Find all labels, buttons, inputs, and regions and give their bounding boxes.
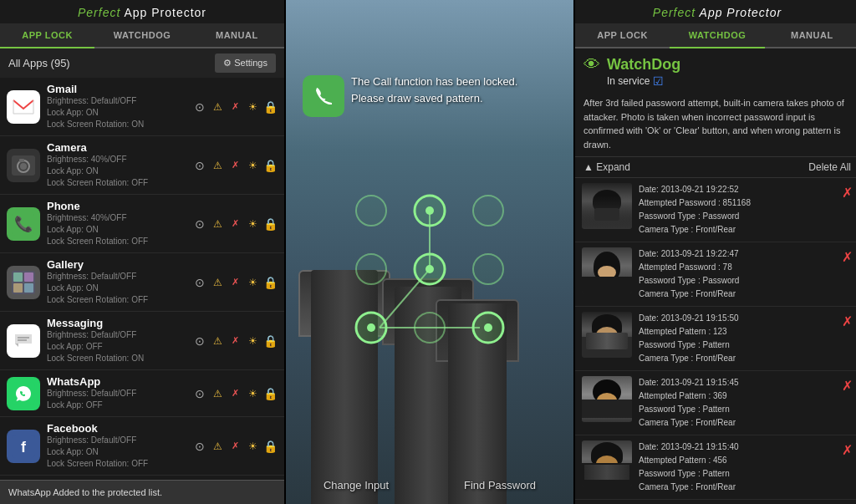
lock-icon[interactable]: 🔒 — [262, 333, 278, 349]
fingerprint-icon[interactable]: ⊙ — [192, 386, 207, 401]
tab-applock-p3[interactable]: APP LOCK — [575, 23, 670, 47]
entry-camera-5: Camera Type : Front/Rear — [639, 482, 736, 491]
sun-icon[interactable]: ☀ — [245, 439, 260, 454]
app-details-messaging: Brightness: Default/OFFLock App: OFFLock… — [47, 329, 186, 364]
list-item: Date: 2013-09-21 19:22:52 Attempted Pass… — [575, 178, 856, 242]
tabs-panel3: APP LOCK WATCHDOG MANUAL — [575, 23, 856, 48]
delete-entry-1[interactable]: ✗ — [842, 183, 853, 201]
wrench-icon[interactable]: ✗ — [227, 386, 242, 401]
warning-icon[interactable]: ⚠ — [210, 99, 225, 115]
in-service-label: In service ☑ — [607, 74, 851, 88]
fingerprint-icon[interactable]: ⊙ — [192, 99, 207, 115]
app-icon-gmail — [7, 90, 40, 124]
toast-message: WhatsApp Added to the protected list. — [0, 480, 284, 504]
sun-icon[interactable]: ☀ — [245, 216, 260, 232]
intruder-thumb-5 — [582, 440, 632, 486]
lock-icon[interactable]: 🔒 — [262, 386, 278, 401]
entry-date-3: Date: 2013-09-21 19:15:50 — [639, 313, 739, 323]
warning-icon[interactable]: ⚠ — [210, 216, 225, 232]
wrench-icon[interactable]: ✗ — [227, 216, 242, 232]
lock-message-line1: The Call function has been locked. — [351, 75, 517, 88]
app-header: Perfect App Protector — [0, 0, 284, 23]
delete-all-button[interactable]: Delete All — [808, 161, 851, 173]
wrench-icon[interactable]: ✗ — [227, 439, 242, 454]
settings-button[interactable]: ⚙ Settings — [215, 53, 276, 73]
tab-applock-p1[interactable]: APP LOCK — [0, 23, 94, 48]
list-item[interactable]: Messaging Brightness: Default/OFFLock Ap… — [0, 312, 284, 370]
delete-entry-3[interactable]: ✗ — [842, 312, 853, 329]
title-green: Perfect — [78, 6, 120, 19]
app-name-whatsapp: WhatsApp — [47, 375, 186, 388]
entry-date-5: Date: 2013-09-21 19:15:40 — [639, 442, 739, 451]
tab-manual-p1[interactable]: MANUAL — [190, 23, 284, 47]
svg-point-28 — [473, 254, 503, 284]
lock-icon[interactable]: 🔒 — [262, 216, 278, 232]
svg-point-24 — [425, 265, 434, 273]
list-item[interactable]: WhatsApp Brightness: Default/OFFLock App… — [0, 370, 284, 417]
fingerprint-icon[interactable]: ⊙ — [192, 275, 207, 290]
app-icon-messaging — [7, 324, 40, 358]
wd-info-4: Date: 2013-09-21 19:15:45 Attempted Patt… — [639, 376, 835, 430]
lock-message-line2: Please draw saved pattern. — [351, 92, 483, 104]
wrench-icon[interactable]: ✗ — [227, 333, 242, 349]
fingerprint-icon[interactable]: ⊙ — [192, 216, 207, 232]
app-name-phone: Phone — [47, 200, 186, 212]
pattern-container — [338, 186, 522, 353]
app-info-camera: Camera Brightness: 40%/OFFLock App: ONLo… — [47, 141, 186, 189]
delete-entry-2[interactable]: ✗ — [842, 247, 853, 265]
svg-point-27 — [356, 254, 386, 284]
tabs-panel1: APP LOCK WATCHDOG MANUAL — [0, 23, 284, 48]
tab-manual-p3[interactable]: MANUAL — [765, 23, 856, 47]
app-info-whatsapp: WhatsApp Brightness: Default/OFFLock App… — [47, 375, 186, 411]
panel-lockscreen: The Call function has been locked. Pleas… — [286, 0, 573, 504]
sun-icon[interactable]: ☀ — [245, 275, 260, 290]
all-apps-label: All Apps (95) — [8, 57, 70, 69]
entry-camera-1: Camera Type : Front/Rear — [639, 225, 736, 234]
list-item[interactable]: Gallery Brightness: Default/OFFLock App:… — [0, 253, 284, 312]
sun-icon[interactable]: ☀ — [245, 386, 260, 401]
expand-button[interactable]: ▲ Expand — [583, 161, 630, 173]
sun-icon[interactable]: ☀ — [245, 158, 260, 173]
panel-applock: Perfect App Protector APP LOCK WATCHDOG … — [0, 0, 284, 504]
list-item[interactable]: 📞 Phone Brightness: 40%/OFFLock App: ONL… — [0, 195, 284, 253]
list-item: Date: 2013-09-21 19:15:50 Attempted Patt… — [575, 307, 856, 371]
watchdog-header: 👁 WatchDog In service ☑ — [575, 48, 856, 91]
warning-icon[interactable]: ⚠ — [210, 386, 225, 401]
app-header-p3: Perfect App Protector — [575, 0, 856, 23]
sun-icon[interactable]: ☀ — [245, 333, 260, 349]
tab-watchdog-p1[interactable]: WATCHDOG — [94, 23, 189, 47]
delete-entry-5[interactable]: ✗ — [842, 440, 853, 458]
warning-icon[interactable]: ⚠ — [210, 158, 225, 173]
lock-icon[interactable]: 🔒 — [262, 439, 278, 454]
wrench-icon[interactable]: ✗ — [227, 275, 242, 290]
sun-icon[interactable]: ☀ — [245, 99, 260, 115]
warning-icon[interactable]: ⚠ — [210, 275, 225, 290]
entry-type-2: Password Type : Password — [639, 276, 739, 285]
find-password-button[interactable]: Find Password — [464, 479, 536, 491]
lock-icon[interactable]: 🔒 — [262, 158, 278, 173]
tab-watchdog-p3[interactable]: WATCHDOG — [670, 23, 764, 48]
svg-point-33 — [484, 323, 492, 332]
app-controls-facebook: ⊙ ⚠ ✗ ☀ 🔒 — [192, 439, 278, 454]
list-item[interactable]: Gmail Brightness: Default/OFFLock App: O… — [0, 78, 284, 136]
fingerprint-icon[interactable]: ⊙ — [192, 158, 207, 173]
warning-icon[interactable]: ⚠ — [210, 439, 225, 454]
app-icon-whatsapp — [7, 377, 40, 410]
list-item: Date: 2013-09-21 19:15:45 Attempted Patt… — [575, 371, 856, 435]
app-details-camera: Brightness: 40%/OFFLock App: ONLock Scre… — [47, 154, 186, 189]
change-input-button[interactable]: Change Input — [324, 479, 389, 491]
lock-icon[interactable]: 🔒 — [262, 99, 278, 115]
warning-icon[interactable]: ⚠ — [210, 333, 225, 349]
watchdog-eye-icon: 👁 — [583, 55, 600, 74]
wd-info-3: Date: 2013-09-21 19:15:50 Attempted Patt… — [639, 312, 835, 365]
wrench-icon[interactable]: ✗ — [227, 99, 242, 115]
lock-icon[interactable]: 🔒 — [262, 275, 278, 290]
fingerprint-icon[interactable]: ⊙ — [192, 333, 207, 349]
wrench-icon[interactable]: ✗ — [227, 158, 242, 173]
fingerprint-icon[interactable]: ⊙ — [192, 439, 207, 454]
list-item[interactable]: f Facebook Brightness: Default/OFFLock A… — [0, 417, 284, 476]
app-name-messaging: Messaging — [47, 317, 186, 329]
entry-attempted-1: Attempted Password : 851168 — [639, 198, 751, 207]
delete-entry-4[interactable]: ✗ — [842, 376, 853, 394]
list-item[interactable]: Camera Brightness: 40%/OFFLock App: ONLo… — [0, 136, 284, 195]
